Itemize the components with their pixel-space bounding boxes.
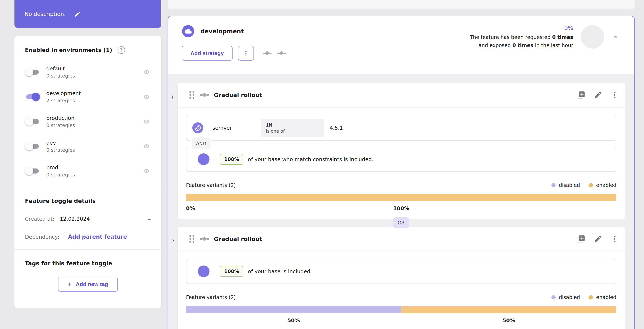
- operator-name: IN: [266, 122, 320, 128]
- description-card: No description.: [14, 0, 161, 28]
- rollout-pie-icon: [198, 266, 210, 277]
- environment-panel-development: development Add strategy 0% The feature …: [168, 16, 634, 329]
- feature-sidebar-card: Enabled in environments (1) ? default 0 …: [14, 36, 161, 308]
- environment-row-prod: prod 0 strategies: [25, 164, 151, 178]
- environment-name: prod: [46, 164, 75, 170]
- legend-label: enabled: [596, 182, 616, 188]
- strategy-header: Gradual rollout: [178, 227, 625, 251]
- variant-segment-enabled: [401, 306, 616, 313]
- copy-strategy-icon[interactable]: [577, 91, 585, 99]
- and-operator-chip: AND: [192, 138, 210, 149]
- environment-strategy-count: 2 strategies: [46, 98, 81, 103]
- visibility-icon[interactable]: [142, 168, 151, 174]
- rollout-box: 100% of your base who match constraints …: [186, 147, 616, 172]
- rollout-strategy-icon: [200, 236, 209, 242]
- variant-bar-label: 50%: [502, 318, 515, 324]
- exposure-stats: 0% The feature has been requested 0 time…: [470, 24, 619, 50]
- visibility-icon[interactable]: [142, 118, 151, 125]
- strategy-count-icons: [263, 51, 286, 56]
- variant-segment-disabled: [186, 306, 401, 313]
- details-title: Feature toggle details: [25, 198, 151, 204]
- copy-strategy-icon[interactable]: [577, 235, 585, 243]
- variants-bar-labels: 0%100%: [186, 203, 616, 212]
- environment-toolbar: Add strategy: [182, 46, 286, 60]
- legend-label: disabled: [559, 182, 580, 188]
- environment-toggle[interactable]: [25, 117, 40, 126]
- help-icon[interactable]: ?: [118, 46, 125, 54]
- variant-segment-enabled: [186, 194, 616, 201]
- disabled-legend-dot: [552, 183, 556, 187]
- constraint-box: semver IN is one of 4.5.1: [186, 115, 616, 141]
- kebab-icon: [243, 50, 249, 56]
- variants-bar: [186, 306, 616, 313]
- constraint-field: semver: [212, 125, 232, 131]
- variants-label: Feature variants (2): [186, 294, 236, 300]
- edit-strategy-icon[interactable]: [594, 91, 602, 99]
- constraint-operator-chip: IN is one of: [261, 119, 324, 137]
- environment-strategy-count: 0 strategies: [46, 73, 75, 78]
- environment-strategy-count: 0 strategies: [46, 172, 75, 178]
- environment-menu-button[interactable]: [238, 46, 254, 60]
- add-parent-feature-link[interactable]: Add parent feature: [68, 234, 127, 240]
- rollout-strategy-icon: [277, 51, 286, 56]
- tags-title: Tags for this feature toggle: [25, 260, 151, 266]
- rollout-percentage-chip: 100%: [220, 154, 243, 165]
- operator-caption: is one of: [266, 129, 320, 134]
- environment-toggle[interactable]: [25, 92, 40, 102]
- strategy-header: Gradual rollout: [178, 83, 625, 107]
- stats-line-1: The feature has been requested 0 times: [470, 33, 573, 42]
- feature-variants: Feature variants (2) disabled enabled 50…: [186, 294, 616, 324]
- variants-legend: disabled enabled: [552, 294, 616, 300]
- main-area: development Add strategy 0% The feature …: [168, 0, 634, 329]
- environment-row-production: production 0 strategies: [25, 115, 151, 128]
- exposure-percent: 0%: [470, 24, 573, 32]
- created-at-value: 12.02.2024: [60, 216, 90, 222]
- drag-handle-icon[interactable]: [190, 235, 194, 243]
- constraint-value: 4.5.1: [330, 125, 343, 131]
- add-new-tag-label: Add new tag: [76, 281, 108, 288]
- environment-row-development: development 2 strategies: [25, 90, 151, 103]
- dependency-label: Dependency:: [25, 234, 59, 240]
- strategy-card-2: 2 Gradual rollout 100%: [178, 227, 625, 329]
- visibility-icon[interactable]: [142, 143, 151, 150]
- variants-legend: disabled enabled: [552, 182, 616, 188]
- strategy-card-1: 1 Gradual rollout: [178, 83, 625, 219]
- environment-name: dev: [46, 140, 75, 146]
- rollout-box: 100% of your base is included.: [186, 259, 616, 284]
- sidebar: No description. Enabled in environments …: [14, 0, 161, 308]
- enabled-legend-dot: [589, 295, 593, 300]
- strategy-menu-icon[interactable]: [610, 235, 619, 243]
- variants-label: Feature variants (2): [186, 182, 236, 188]
- visibility-icon[interactable]: [142, 94, 151, 100]
- or-operator-chip: OR: [393, 217, 409, 228]
- strategy-number: 1: [171, 94, 174, 100]
- strategy-title: Gradual rollout: [214, 92, 262, 98]
- drag-handle-icon[interactable]: [190, 91, 194, 99]
- environment-toggle[interactable]: [25, 166, 40, 176]
- enabled-legend-dot: [589, 183, 593, 187]
- rollout-pie-icon: [198, 154, 210, 165]
- environment-toggle[interactable]: [25, 68, 40, 77]
- environment-name: default: [46, 66, 75, 72]
- tags-section: Tags for this feature toggle + Add new t…: [14, 250, 161, 308]
- plus-icon: +: [68, 280, 72, 288]
- environment-toggle[interactable]: [25, 142, 40, 151]
- collapse-details-icon[interactable]: –: [148, 217, 151, 221]
- chevron-up-icon[interactable]: [612, 33, 619, 41]
- disabled-legend-dot: [552, 295, 556, 300]
- legend-label: enabled: [596, 294, 616, 300]
- feature-variants: Feature variants (2) disabled enabled 0%…: [186, 182, 616, 212]
- stats-line-2: and exposed 0 times in the last hour: [470, 42, 573, 50]
- edit-description-icon[interactable]: [74, 11, 81, 18]
- edit-strategy-icon[interactable]: [594, 235, 602, 243]
- add-new-tag-button[interactable]: + Add new tag: [58, 276, 118, 292]
- environment-name: production: [46, 115, 75, 121]
- strategy-menu-icon[interactable]: [610, 91, 619, 99]
- environments-title: Enabled in environments (1): [25, 47, 112, 53]
- add-strategy-button[interactable]: Add strategy: [182, 46, 232, 60]
- strategy-title: Gradual rollout: [214, 236, 262, 242]
- header-divider: [168, 73, 634, 73]
- description-text: No description.: [24, 11, 66, 17]
- visibility-icon[interactable]: [142, 69, 151, 75]
- details-section: Feature toggle details Created at: 12.02…: [14, 187, 161, 249]
